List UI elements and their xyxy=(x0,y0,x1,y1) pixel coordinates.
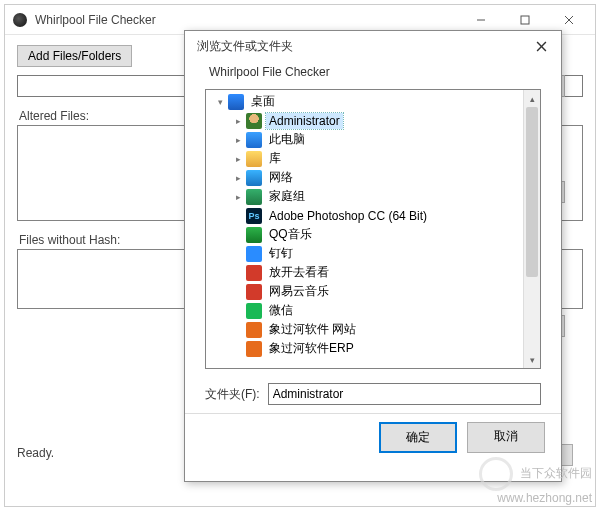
no-expand xyxy=(232,248,244,260)
qqmusic-icon xyxy=(246,227,262,243)
pc-icon xyxy=(246,132,262,148)
no-expand xyxy=(232,324,244,336)
folder-tree[interactable]: ▾ 桌面 ▸Administrator▸此电脑▸库▸网络▸家庭组PsAdobe … xyxy=(205,89,541,369)
tree-item[interactable]: 微信 xyxy=(206,301,523,320)
no-expand xyxy=(232,286,244,298)
tree-item[interactable]: 象过河软件ERP xyxy=(206,339,523,358)
tree-root-label: 桌面 xyxy=(248,92,278,111)
tree-item-label: Adobe Photoshop CC (64 Bit) xyxy=(266,208,430,224)
dialog-titlebar: 浏览文件或文件夹 xyxy=(185,31,561,61)
no-expand xyxy=(232,267,244,279)
expand-icon[interactable]: ▸ xyxy=(232,115,244,127)
no-expand xyxy=(232,343,244,355)
tree-item-label: QQ音乐 xyxy=(266,225,315,244)
homegroup-icon xyxy=(246,189,262,205)
photoshop-icon: Ps xyxy=(246,208,262,224)
tree-item-label: 放开去看看 xyxy=(266,263,332,282)
app-orange-icon xyxy=(246,322,262,338)
dialog-close-button[interactable] xyxy=(527,32,555,60)
tree-item-label: 此电脑 xyxy=(266,130,308,149)
tree-item-label: 网络 xyxy=(266,168,296,187)
expand-icon[interactable]: ▸ xyxy=(232,191,244,203)
svg-rect-1 xyxy=(521,16,529,24)
tree-root[interactable]: ▾ 桌面 xyxy=(206,92,523,111)
tree-item[interactable]: ▸Administrator xyxy=(206,111,523,130)
expand-icon[interactable]: ▸ xyxy=(232,153,244,165)
scroll-down-icon[interactable]: ▾ xyxy=(524,351,540,368)
dingtalk-icon xyxy=(246,246,262,262)
tree-item-label: 象过河软件ERP xyxy=(266,339,357,358)
tree-item[interactable]: ▸网络 xyxy=(206,168,523,187)
expand-icon[interactable]: ▸ xyxy=(232,134,244,146)
no-expand xyxy=(232,305,244,317)
tree-item[interactable]: 放开去看看 xyxy=(206,263,523,282)
no-expand xyxy=(232,229,244,241)
add-files-button[interactable]: Add Files/Folders xyxy=(17,45,132,67)
tree-item[interactable]: 钉钉 xyxy=(206,244,523,263)
app-red-icon xyxy=(246,265,262,281)
tree-item[interactable]: 网易云音乐 xyxy=(206,282,523,301)
tree-item[interactable]: ▸库 xyxy=(206,149,523,168)
desktop-icon xyxy=(228,94,244,110)
tree-item-label: 家庭组 xyxy=(266,187,308,206)
no-expand xyxy=(232,210,244,222)
scroll-thumb[interactable] xyxy=(526,107,538,277)
dialog-title: 浏览文件或文件夹 xyxy=(197,38,527,55)
tree-item[interactable]: 象过河软件 网站 xyxy=(206,320,523,339)
expand-icon[interactable]: ▸ xyxy=(232,172,244,184)
tree-scrollbar[interactable]: ▴ ▾ xyxy=(523,90,540,368)
cancel-button[interactable]: 取消 xyxy=(467,422,545,453)
tree-item[interactable]: ▸此电脑 xyxy=(206,130,523,149)
tree-item-label: 网易云音乐 xyxy=(266,282,332,301)
app-icon xyxy=(13,13,27,27)
collapse-icon[interactable]: ▾ xyxy=(214,96,226,108)
browse-dialog: 浏览文件或文件夹 Whirlpool File Checker ▾ 桌面 ▸Ad… xyxy=(184,30,562,482)
tree-item-label: 钉钉 xyxy=(266,244,296,263)
folder-field-label: 文件夹(F): xyxy=(205,386,260,403)
tree-item[interactable]: PsAdobe Photoshop CC (64 Bit) xyxy=(206,206,523,225)
scroll-up-icon[interactable]: ▴ xyxy=(524,90,540,107)
tree-item-label: 象过河软件 网站 xyxy=(266,320,359,339)
netease-icon xyxy=(246,284,262,300)
network-icon xyxy=(246,170,262,186)
tree-item-label: 库 xyxy=(266,149,284,168)
user-icon xyxy=(246,113,262,129)
status-text: Ready. xyxy=(17,446,54,460)
dialog-subtitle: Whirlpool File Checker xyxy=(185,61,561,89)
folder-name-input[interactable] xyxy=(268,383,541,405)
app-orange-icon xyxy=(246,341,262,357)
tree-item-label: Administrator xyxy=(266,113,343,129)
tree-item[interactable]: QQ音乐 xyxy=(206,225,523,244)
ok-button[interactable]: 确定 xyxy=(379,422,457,453)
wechat-icon xyxy=(246,303,262,319)
tree-item-label: 微信 xyxy=(266,301,296,320)
tree-item[interactable]: ▸家庭组 xyxy=(206,187,523,206)
library-icon xyxy=(246,151,262,167)
window-title: Whirlpool File Checker xyxy=(35,13,459,27)
